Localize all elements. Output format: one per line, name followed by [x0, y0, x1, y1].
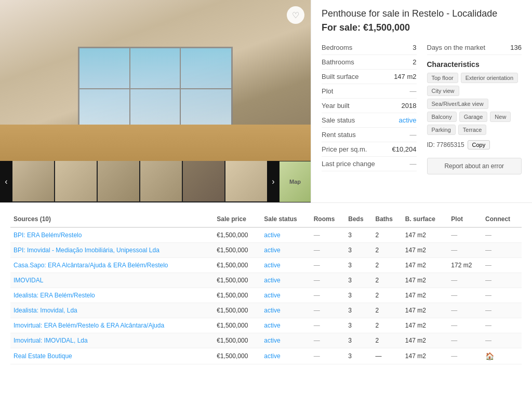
- sale-status-cell: active: [261, 258, 310, 273]
- sale-price-cell: €1,500,000: [214, 227, 261, 243]
- tags-row-1: Top floor Exterior orientation: [427, 73, 522, 83]
- floor-visual: [0, 125, 311, 161]
- rooms-cell: —: [311, 348, 345, 364]
- sale-status-cell: active: [261, 318, 310, 333]
- surface-cell: 147 m2: [402, 243, 448, 258]
- rooms-cell: —: [311, 227, 345, 243]
- source-name-cell: BPI: ERA Belém/Restelo: [10, 227, 214, 243]
- surface-cell: 147 m2: [402, 288, 448, 303]
- sale-price-cell: €1,500,000: [214, 318, 261, 333]
- rent-status-value: —: [410, 131, 417, 139]
- window-visual: [78, 47, 233, 130]
- sale-status-cell: active: [261, 227, 310, 243]
- sale-price-cell: €1,500,000: [214, 258, 261, 273]
- thumbnail-4[interactable]: [140, 161, 182, 201]
- tag-exterior-orientation: Exterior orientation: [461, 73, 518, 83]
- plot-label: Plot: [322, 87, 333, 95]
- tag-top-floor: Top floor: [427, 73, 458, 83]
- table-row: Casa.Sapo: ERA Alcântara/Ajuda & ERA Bel…: [10, 258, 522, 273]
- col-header-rooms: Rooms: [311, 211, 345, 227]
- thumbnail-6[interactable]: [225, 161, 267, 201]
- tag-parking: Parking: [427, 125, 456, 135]
- source-link[interactable]: Casa.Sapo: ERA Alcântara/Ajuda & ERA Bel…: [14, 262, 168, 269]
- baths-cell: 2: [372, 258, 402, 273]
- source-link[interactable]: BPI: Imovidal - Mediação Imobiliária, Un…: [14, 247, 159, 254]
- col-header-baths: Baths: [372, 211, 402, 227]
- next-thumb-button[interactable]: ›: [267, 161, 280, 202]
- baths-cell: 2: [372, 273, 402, 288]
- source-name-cell: BPI: Imovidal - Mediação Imobiliária, Un…: [10, 243, 214, 258]
- source-link[interactable]: Real Estate Boutique: [14, 352, 72, 360]
- map-button[interactable]: Map: [280, 161, 311, 202]
- source-link[interactable]: Idealista: Imovidal, Lda: [14, 307, 77, 314]
- plot-cell: —: [448, 348, 482, 364]
- source-link[interactable]: Imovirtual: ERA Belém/Restelo & ERA Alcâ…: [14, 322, 164, 329]
- col-header-sale-price: Sale price: [214, 211, 261, 227]
- thumbnail-3[interactable]: [98, 161, 139, 201]
- thumbnail-5[interactable]: [183, 161, 224, 201]
- table-header-row: Sources (10) Sale price Sale status Room…: [10, 211, 522, 227]
- surface-cell: 147 m2: [402, 348, 448, 364]
- prev-thumb-button[interactable]: ‹: [0, 161, 12, 202]
- bedrooms-label: Bedrooms: [322, 44, 352, 51]
- beds-cell: 3: [345, 258, 372, 273]
- source-link[interactable]: Idealista: ERA Belém/Restelo: [14, 292, 95, 299]
- window-frame-h: [79, 88, 231, 89]
- favorite-button[interactable]: ♡: [287, 6, 304, 24]
- tag-sea-river-lake: Sea/River/Lake view: [427, 99, 488, 109]
- sale-price-cell: €1,500,000: [214, 273, 261, 288]
- sources-section: Sources (10) Sale price Sale status Room…: [0, 202, 532, 373]
- baths-cell: —: [372, 348, 402, 364]
- connect-cell: —: [482, 318, 522, 333]
- window-frame-v1: [129, 48, 130, 128]
- thumbnail-2[interactable]: [55, 161, 97, 201]
- main-image: ♡: [0, 0, 311, 161]
- source-link[interactable]: BPI: ERA Belém/Restelo: [14, 232, 82, 239]
- tag-balcony: Balcony: [427, 112, 457, 122]
- year-built-label: Year built: [322, 102, 350, 110]
- plot-cell: —: [448, 227, 482, 243]
- baths-cell: 2: [372, 333, 402, 348]
- col-header-plot: Plot: [448, 211, 482, 227]
- surface-cell: 147 m2: [402, 303, 448, 318]
- report-error-button[interactable]: Report about an error: [427, 158, 522, 174]
- sale-status-cell: active: [261, 273, 310, 288]
- days-on-market-row: Days on the market 136: [427, 40, 522, 55]
- sale-price-cell: €1,500,000: [214, 333, 261, 348]
- connect-cell: —: [482, 227, 522, 243]
- baths-cell: 2: [372, 243, 402, 258]
- plot-cell: 172 m2: [448, 258, 482, 273]
- col-header-beds: Beds: [345, 211, 372, 227]
- plot-cell: —: [448, 243, 482, 258]
- surface-cell: 147 m2: [402, 333, 448, 348]
- sale-status-label: Sale status: [322, 116, 355, 124]
- table-row: BPI: ERA Belém/Restelo €1,500,000 active…: [10, 227, 522, 243]
- days-on-market-label: Days on the market: [427, 44, 486, 51]
- connect-cell: —: [482, 273, 522, 288]
- source-link[interactable]: Imovirtual: IMOVIDAL, Lda: [14, 337, 88, 344]
- sale-price-cell: €1,500,000: [214, 288, 261, 303]
- surface-cell: 147 m2: [402, 318, 448, 333]
- col-header-connect: Connect: [482, 211, 522, 227]
- days-on-market-value: 136: [510, 44, 522, 51]
- source-name-cell: Idealista: Imovidal, Lda: [10, 303, 214, 318]
- copy-id-button[interactable]: Copy: [468, 140, 490, 149]
- surface-cell: 147 m2: [402, 227, 448, 243]
- tags-row-2: City view Sea/River/Lake view: [427, 86, 522, 109]
- year-built-value: 2018: [402, 102, 417, 110]
- price-sqm-value: €10,204: [392, 145, 417, 153]
- rooms-cell: —: [311, 258, 345, 273]
- source-link[interactable]: IMOVIDAL: [14, 277, 43, 284]
- bedrooms-value: 3: [413, 44, 416, 51]
- last-price-row: Last price change —: [322, 157, 417, 171]
- price-sqm-label: Price per sq.m.: [322, 145, 367, 153]
- rent-status-label: Rent status: [322, 131, 356, 139]
- connect-cell: —: [482, 243, 522, 258]
- beds-cell: 3: [345, 227, 372, 243]
- thumbnails-container: [12, 161, 267, 202]
- main-layout: ♡ ‹ › Map Penthouse for sale in Restelo …: [0, 0, 532, 202]
- table-row: Imovirtual: IMOVIDAL, Lda €1,500,000 act…: [10, 333, 522, 348]
- thumbnail-1[interactable]: [12, 161, 54, 201]
- rooms-cell: —: [311, 273, 345, 288]
- tags-row-4: Parking Terrace: [427, 125, 522, 135]
